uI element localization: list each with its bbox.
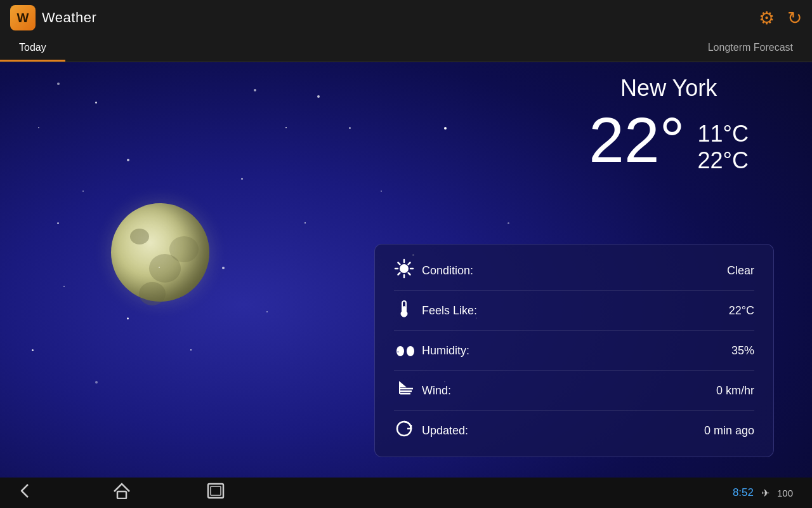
svg-line-7	[409, 263, 410, 265]
condition-icon	[394, 258, 422, 283]
humidity-icon: ·	[394, 338, 422, 363]
temp-range: 11°C 22°C	[698, 108, 749, 174]
status-area: 8:52 ✈ 100	[733, 486, 793, 499]
bottombar: 8:52 ✈ 100	[0, 478, 812, 508]
home-button[interactable]	[113, 483, 131, 503]
temp-high: 11°C	[698, 121, 749, 147]
time-display: 8:52	[733, 486, 754, 499]
svg-line-6	[409, 273, 410, 275]
weather-info: New York 22° 11°C 22°C	[589, 75, 749, 174]
condition-row: Condition: Clear	[394, 251, 754, 291]
tab-today[interactable]: Today	[0, 36, 65, 62]
humidity-value: 35%	[731, 344, 754, 358]
condition-label: Condition:	[422, 264, 727, 277]
temperature-display: 22° 11°C 22°C	[589, 108, 749, 174]
feels-like-label: Feels Like:	[422, 304, 729, 318]
svg-point-13	[407, 346, 414, 356]
topbar: W Weather ⚙ ↻	[0, 0, 812, 36]
city-name: New York	[589, 75, 749, 102]
updated-icon	[394, 418, 422, 443]
thermometer-icon	[394, 298, 422, 323]
airplane-icon: ✈	[761, 487, 769, 499]
svg-line-8	[398, 273, 400, 275]
condition-value: Clear	[727, 264, 754, 277]
wind-icon	[394, 378, 422, 403]
svg-point-11	[401, 311, 407, 317]
current-temp: 22°	[589, 108, 684, 171]
recent-apps-button[interactable]	[207, 483, 225, 503]
svg-line-5	[398, 263, 400, 265]
back-button[interactable]	[19, 483, 37, 502]
feels-like-row: Feels Like: 22°C	[394, 291, 754, 331]
feels-like-value: 22°C	[729, 304, 754, 318]
wind-value: 0 km/hr	[716, 384, 754, 398]
humidity-label: Humidity:	[422, 344, 731, 358]
battery-display: 100	[777, 488, 793, 498]
updated-label: Updated:	[422, 424, 704, 438]
wind-row: Wind: 0 km/hr	[394, 371, 754, 411]
svg-text:·: ·	[397, 349, 399, 356]
updated-row: Updated: 0 min ago	[394, 411, 754, 450]
tab-longterm[interactable]: Longterm Forecast	[689, 36, 812, 62]
svg-point-0	[400, 264, 409, 273]
svg-rect-21	[117, 491, 126, 498]
svg-rect-15	[399, 387, 400, 394]
humidity-row: · Humidity: 35%	[394, 331, 754, 371]
settings-icon[interactable]: ⚙	[759, 8, 775, 29]
svg-marker-16	[399, 381, 407, 387]
svg-rect-23	[211, 486, 221, 495]
topbar-actions: ⚙ ↻	[759, 8, 802, 29]
details-card: Condition: Clear Feels Like: 22°C ·	[374, 244, 774, 457]
refresh-icon[interactable]: ↻	[787, 8, 802, 29]
main-content: New York 22° 11°C 22°C	[0, 62, 812, 476]
tabbar: Today Longterm Forecast	[0, 36, 812, 62]
wind-label: Wind:	[422, 384, 716, 398]
app-icon: W	[10, 5, 36, 30]
updated-value: 0 min ago	[704, 424, 754, 438]
app-title: Weather	[42, 10, 96, 26]
temp-low: 22°C	[698, 147, 749, 174]
